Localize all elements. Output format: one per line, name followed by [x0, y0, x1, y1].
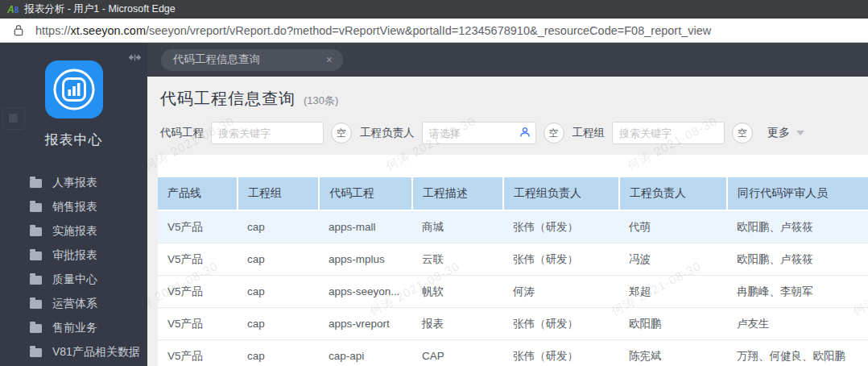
sidebar-item[interactable]: 审批报表	[0, 243, 147, 268]
filter-group: 工程负责人空	[360, 122, 564, 144]
favicon-icon: A8	[7, 5, 19, 15]
table-cell: 张伟（研发）	[503, 340, 619, 366]
tabbar: 代码工程信息查询 ×	[147, 43, 868, 77]
column-header: 同行代码评审人员	[727, 177, 868, 210]
folder-icon	[30, 179, 42, 188]
table-row[interactable]: V5产品capapps-mplus云联张伟（研发）冯波欧阳鹏、卢筱筱	[158, 243, 868, 276]
table-panel: 产品线工程组代码工程工程描述工程组负责人工程负责人同行代码评审人员 V5产品ca…	[158, 155, 868, 366]
table-cell: apps-seeyon...	[319, 276, 412, 308]
column-header: 工程负责人	[619, 177, 727, 210]
table-cell: 冉鹏峰、李朝军	[727, 276, 868, 308]
table-cell: 万翔、何健良、欧阳鹏	[727, 340, 868, 366]
table-cell: apps-mall	[319, 210, 412, 243]
keyword-search-input[interactable]	[211, 122, 324, 144]
sidebar: 报表中心 人事报表销售报表实施报表审批报表质量中心运营体系售前业务V81产品相关…	[0, 43, 147, 366]
table-cell: 欧阳鹏	[619, 308, 727, 340]
sidebar-item[interactable]: V81产品相关数据	[0, 340, 147, 364]
sidebar-item[interactable]: 实施报表	[0, 219, 147, 243]
sidebar-item-label: 销售报表	[52, 200, 97, 214]
column-header: 工程组负责人	[503, 177, 619, 210]
table-cell: 陈宪斌	[619, 340, 727, 366]
table-cell: cap	[238, 276, 319, 308]
column-header: 代码工程	[319, 177, 412, 210]
table-cell: 代萌	[619, 210, 727, 243]
table-cell: 欧阳鹏、卢筱筱	[727, 243, 868, 276]
column-header: 产品线	[158, 177, 238, 210]
table-header-row: 产品线工程组代码工程工程描述工程组负责人工程负责人同行代码评审人员	[158, 177, 868, 210]
keyword-search-input[interactable]	[612, 122, 725, 144]
browser-titlebar: A8 报表分析 - 用户1 - Microsoft Edge	[0, 0, 868, 19]
sidebar-item[interactable]: 销售报表	[0, 195, 147, 219]
sidebar-item-label: 售前业务	[52, 321, 97, 335]
sidebar-item[interactable]: 售前业务	[0, 316, 147, 340]
table-cell: 云联	[412, 243, 503, 276]
table-cell: 卢友生	[727, 308, 868, 340]
table-cell: 冯波	[619, 243, 727, 276]
table-cell: V5产品	[158, 243, 238, 276]
folder-icon	[30, 324, 42, 333]
table-row[interactable]: V5产品capapps-vreport报表张伟（研发）欧阳鹏卢友生	[158, 308, 868, 340]
person-icon[interactable]	[519, 127, 531, 141]
table-cell: 帆软	[412, 276, 503, 308]
sidebar-item[interactable]: 人事报表	[0, 171, 147, 195]
window-title: 报表分析 - 用户1 - Microsoft Edge	[24, 2, 176, 16]
report-content: 何涛 2021-08-30何涛 2021-08-30何涛 2021-08-30何…	[147, 77, 868, 366]
sidebar-item-label: 人事报表	[52, 176, 97, 190]
folder-icon	[30, 227, 42, 236]
sidebar-menu: 人事报表销售报表实施报表审批报表质量中心运营体系售前业务V81产品相关数据	[0, 171, 147, 364]
table-cell: 报表	[412, 308, 503, 340]
sidebar-item-label: 质量中心	[52, 272, 97, 287]
lock-icon	[14, 24, 23, 36]
table-row[interactable]: V5产品capapps-mall商城张伟（研发）代萌欧阳鹏、卢筱筱	[158, 210, 868, 243]
more-button[interactable]: 更多	[767, 126, 804, 140]
clear-filter-button[interactable]: 空	[732, 123, 753, 143]
table-row[interactable]: V5产品capapps-seeyon...帆软何涛郑超冉鹏峰、李朝军	[158, 276, 868, 308]
tab-label: 代码工程信息查询	[173, 52, 260, 67]
folder-icon	[30, 252, 42, 260]
filter-group: 工程组空	[572, 122, 754, 144]
tab-close-icon[interactable]: ×	[326, 54, 333, 65]
chevron-down-icon	[796, 131, 804, 135]
folder-icon	[30, 300, 42, 309]
sidebar-item[interactable]: 运营体系	[0, 292, 147, 316]
table-cell: 张伟（研发）	[503, 308, 619, 340]
filter-label: 工程负责人	[360, 126, 415, 140]
table-cell: cap-api	[319, 340, 412, 366]
sidebar-item-label: V81产品相关数据	[52, 345, 140, 360]
filter-label: 工程组	[572, 126, 606, 140]
more-label: 更多	[767, 126, 790, 140]
filter-bar: 代码工程空工程负责人空工程组空 更多	[160, 122, 868, 144]
url-scheme: https://	[35, 24, 71, 37]
url-text[interactable]: https://xt.seeyon.com/seeyon/vreport/vRe…	[35, 24, 711, 37]
sidebar-item-label: 运营体系	[52, 297, 97, 311]
sidebar-item-label: 实施报表	[52, 224, 97, 239]
table-cell: 张伟（研发）	[503, 210, 619, 243]
url-host: xt.seeyon.com	[71, 24, 147, 37]
sidebar-item-label: 审批报表	[52, 248, 97, 263]
sidebar-resize-icon[interactable]	[128, 52, 142, 66]
table-cell: cap	[238, 243, 319, 276]
code-project-table: 产品线工程组代码工程工程描述工程组负责人工程负责人同行代码评审人员 V5产品ca…	[158, 177, 868, 366]
sidebar-item[interactable]: 质量中心	[0, 268, 147, 292]
tab-code-project-query[interactable]: 代码工程信息查询 ×	[161, 49, 343, 71]
table-cell: 欧阳鹏、卢筱筱	[727, 210, 868, 243]
table-cell: V5产品	[158, 276, 238, 308]
result-count: (130条)	[304, 94, 338, 108]
table-cell: 张伟（研发）	[503, 243, 619, 276]
folder-icon	[30, 276, 42, 285]
browser-urlbar: https://xt.seeyon.com/seeyon/vreport/vRe…	[0, 19, 868, 43]
clear-filter-button[interactable]: 空	[331, 123, 352, 143]
table-cell: 商城	[412, 210, 503, 243]
report-center-logo-icon	[45, 60, 103, 119]
table-cell: V5产品	[158, 210, 238, 243]
table-cell: cap	[238, 340, 319, 366]
clear-filter-button[interactable]: 空	[544, 123, 564, 143]
table-cell: apps-mplus	[319, 243, 412, 276]
sidebar-app-title: 报表中心	[0, 131, 147, 149]
table-row[interactable]: V5产品capcap-apiCAP张伟（研发）陈宪斌万翔、何健良、欧阳鹏	[158, 340, 868, 366]
table-cell: cap	[238, 308, 319, 340]
panel-collapse-icon[interactable]	[2, 107, 25, 130]
table-cell: 何涛	[503, 276, 619, 308]
table-cell: apps-vreport	[319, 308, 412, 340]
column-header: 工程描述	[412, 177, 503, 210]
